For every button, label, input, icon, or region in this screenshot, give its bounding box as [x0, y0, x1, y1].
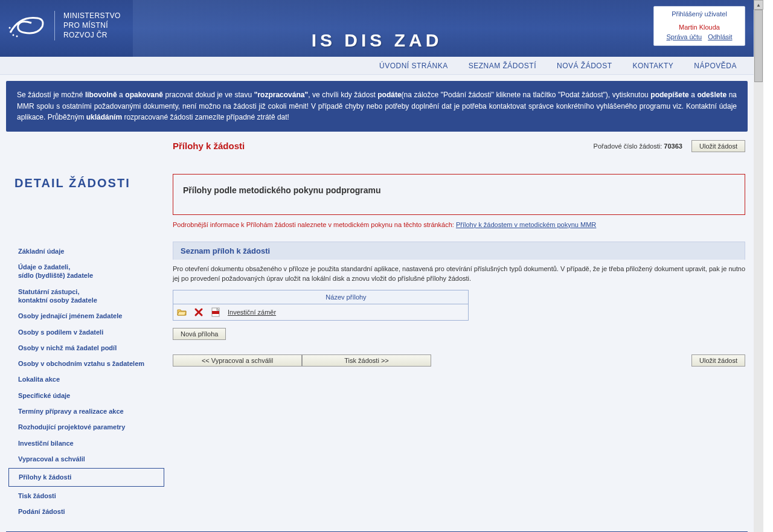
attachments-section-header: Seznam příloh k žádosti [173, 242, 745, 260]
top-nav: ÚVODNÍ STRÁNKA SEZNAM ŽÁDOSTÍ NOVÁ ŽÁDOS… [0, 57, 754, 75]
attachments-table: Název přílohy [173, 290, 469, 321]
sidemenu-applicant-shares[interactable]: Osoby v nichž má žadatel podíl [8, 340, 164, 356]
svg-point-3 [9, 27, 11, 29]
logged-user-name: Martin Klouda [658, 20, 741, 33]
table-row: Investiční záměr [173, 304, 469, 320]
attachments-table-head-name: Název přílohy [224, 290, 469, 304]
logo-block: MINISTERSTVO PRO MÍSTNÍ ROZVOJ ČR [7, 11, 121, 40]
info-banner: Se žádostí je možné libovolně a opakovan… [6, 81, 748, 132]
subprogram-box: Přílohy podle metodického pokynu podprog… [173, 174, 745, 215]
account-settings-link[interactable]: Správa účtu [666, 33, 702, 40]
scroll-up-icon[interactable]: ▲ [754, 0, 763, 10]
app-title: IS DIS ZAD [312, 30, 443, 51]
subprogram-title: Přílohy podle metodického pokynu podprog… [183, 185, 735, 195]
ministry-name: MINISTERSTVO PRO MÍSTNÍ ROZVOJ ČR [54, 11, 121, 40]
sidemenu-parameters[interactable]: Rozhodující projektové parametry [8, 419, 164, 435]
ministry-logo-icon [7, 11, 48, 40]
svg-point-1 [16, 36, 18, 37]
methodical-note: Podrobnější informace k Přílohám žádosti… [173, 221, 745, 228]
order-number-label: Pořadové číslo žádosti: 70363 [594, 143, 684, 150]
ministry-line1: MINISTERSTVO [63, 11, 121, 21]
print-request-button[interactable]: Tisk žádosti >> [302, 354, 431, 367]
sidemenu-share-persons[interactable]: Osoby s podílem v žadateli [8, 324, 164, 340]
new-attachment-button[interactable]: Nová příloha [173, 328, 226, 340]
user-box: Přihlášený uživatel Martin Klouda Správa… [653, 6, 745, 46]
vertical-scrollbar[interactable]: ▲ [754, 0, 763, 532]
side-menu: Základní údaje Údaje o žadateli, sídlo (… [8, 243, 164, 519]
ministry-line3: ROZVOJ ČR [63, 30, 121, 40]
sidemenu-specific[interactable]: Specifické údaje [8, 388, 164, 403]
attachment-name-link[interactable]: Investiční záměr [228, 309, 276, 316]
nav-help[interactable]: NÁPOVĚDA [694, 62, 737, 70]
attachments-section-desc: Pro otevření dokumentu obsaženého v příl… [173, 264, 745, 284]
pdf-icon[interactable] [211, 307, 220, 317]
nav-contacts[interactable]: KONTAKTY [633, 62, 674, 70]
sidemenu-applicant-info[interactable]: Údaje o žadateli, sídlo (bydliště) žadat… [8, 259, 164, 284]
folder-open-icon[interactable] [177, 307, 187, 317]
sidemenu-submit[interactable]: Podání žádosti [8, 504, 164, 519]
sidemenu-print[interactable]: Tisk žádosti [8, 488, 164, 504]
sidemenu-business-relations[interactable]: Osoby v obchodním vztahu s žadatelem [8, 356, 164, 371]
sidemenu-acting-persons[interactable]: Osoby jednající jménem žadatele [8, 308, 164, 324]
delete-icon[interactable] [194, 307, 204, 317]
app-header: MINISTERSTVO PRO MÍSTNÍ ROZVOJ ČR IS DIS… [0, 0, 754, 57]
sidemenu-location[interactable]: Lokalita akce [8, 371, 164, 387]
user-box-title: Přihlášený uživatel [658, 9, 741, 20]
svg-rect-5 [212, 311, 219, 314]
nav-requests-list[interactable]: SEZNAM ŽÁDOSTÍ [469, 62, 536, 70]
save-request-button-bottom[interactable]: Uložit žádost [691, 354, 745, 367]
nav-home[interactable]: ÚVODNÍ STRÁNKA [379, 62, 448, 70]
sidemenu-schedule[interactable]: Termíny přípravy a realizace akce [8, 403, 164, 419]
sidemenu-statutory[interactable]: Statutární zástupci, kontaktní osoby žad… [8, 284, 164, 309]
methodical-link[interactable]: Přílohy k žádostem v metodickém pokynu M… [456, 221, 596, 228]
scrollbar-thumb[interactable] [754, 10, 763, 82]
detail-heading: DETAIL ŽÁDOSTI [8, 176, 164, 200]
save-request-button-top[interactable]: Uložit žádost [691, 140, 745, 152]
sidemenu-investment-balance[interactable]: Investiční bilance [8, 435, 164, 451]
svg-point-0 [13, 34, 14, 36]
prev-step-button[interactable]: << Vypracoval a schválil [173, 354, 302, 367]
nav-new-request[interactable]: NOVÁ ŽÁDOST [557, 62, 612, 70]
ministry-line2: PRO MÍSTNÍ [63, 21, 121, 30]
page-title: Přílohy k žádosti [173, 141, 245, 151]
logout-link[interactable]: Odhlásit [708, 33, 732, 40]
svg-point-2 [10, 31, 12, 33]
sidemenu-prepared-approved[interactable]: Vypracoval a schválil [8, 451, 164, 467]
sidemenu-attachments[interactable]: Přílohy k žádosti [8, 468, 164, 486]
sidemenu-basic-info[interactable]: Základní údaje [8, 243, 164, 259]
